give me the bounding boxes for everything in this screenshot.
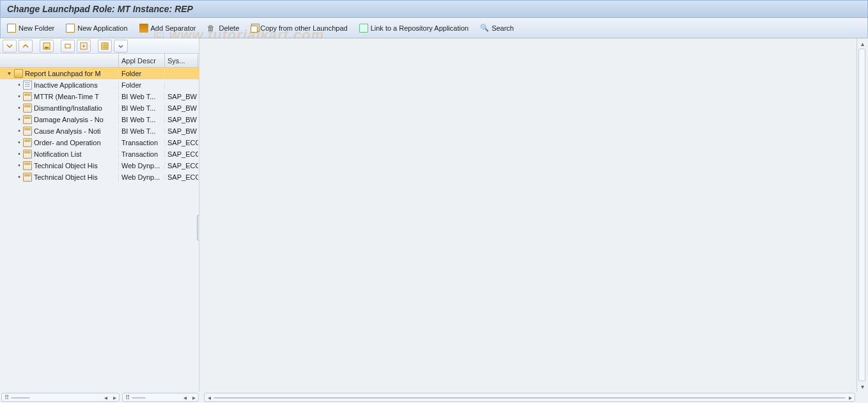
tree-row[interactable]: •Technical Object HisWeb Dynp...SAP_ECC (0, 160, 199, 171)
tree-cell-name[interactable]: •MTTR (Mean-Time T (0, 92, 119, 101)
tree-header-sys[interactable]: Sys... (165, 54, 198, 67)
tree-cell-name[interactable]: •Inactive Applications (0, 81, 119, 90)
link-repository-button[interactable]: Link to a Repository Application (359, 24, 469, 33)
bullet-icon: • (17, 139, 22, 146)
save-button[interactable] (40, 40, 54, 52)
outer-vscroll-track[interactable] (858, 49, 865, 381)
tree-node-label: Inactive Applications (34, 81, 118, 89)
tree-cell-sys: SAP_ECC (165, 173, 198, 181)
tree-row[interactable]: •MTTR (Mean-Time TBI Web T...SAP_BW (0, 91, 199, 102)
delete-label: Delete (219, 24, 239, 32)
tree-node-label: Cause Analysis - Noti (34, 127, 118, 135)
tree-cell-name[interactable]: •Technical Object His (0, 173, 119, 182)
bullet-icon: • (17, 162, 22, 169)
bullet-icon: • (17, 173, 22, 180)
tree-toolbar (0, 38, 199, 54)
layout-button[interactable] (98, 40, 112, 52)
bullet-icon: • (17, 104, 22, 111)
tree-row[interactable]: •Dismantling/InstallatioBI Web T...SAP_B… (0, 102, 199, 114)
bullet-icon: • (17, 93, 22, 100)
copy-from-other-label: Copy from other Launchpad (260, 24, 347, 32)
tree-cell-appl-descr: Folder (119, 70, 165, 77)
mid-hscroll-handle-icon[interactable]: ⠿ (123, 393, 132, 401)
folder-doc-icon (23, 81, 32, 90)
link-repository-label: Link to a Repository Application (371, 24, 469, 32)
mid-hscroll-thumb[interactable] (132, 397, 146, 399)
title-bar: Change Launchpad Role: MT Instance: REP (0, 0, 868, 18)
new-folder-button[interactable]: New Folder (7, 24, 54, 33)
tree-cell-sys: SAP_BW (165, 93, 198, 100)
right-chevron-left-icon[interactable]: ◂ (205, 393, 213, 401)
tree-cell-appl-descr: Transaction (119, 139, 165, 146)
tree-cell-name[interactable]: ▾Report Launchpad for M (0, 69, 119, 78)
print-button[interactable] (61, 40, 75, 52)
tree-cell-name[interactable]: •Cause Analysis - Noti (0, 127, 119, 136)
right-chevron-right-icon[interactable]: ▸ (846, 393, 855, 401)
main-toolbar: New Folder New Application Add Separator… (0, 18, 868, 38)
tree-header-name[interactable] (0, 54, 119, 67)
tree-header-appl-descr[interactable]: Appl Descr (119, 54, 165, 67)
copy-from-other-button[interactable]: Copy from other Launchpad (251, 24, 347, 33)
left-hscroll-thumb[interactable] (11, 397, 30, 399)
mid-chevron-left-icon[interactable]: ◂ (180, 393, 189, 401)
new-application-button[interactable]: New Application (66, 24, 127, 33)
folder-open-icon (14, 69, 23, 78)
mid-chevron-right-icon[interactable]: ▸ (189, 393, 198, 401)
outer-scroll-up-icon[interactable]: ▴ (857, 38, 867, 49)
app-icon (23, 115, 32, 124)
tree-cell-name[interactable]: •Order- and Operation (0, 138, 119, 147)
outer-vertical-scrollbar[interactable]: ▴ ▾ (856, 38, 867, 391)
tree-cell-appl-descr: BI Web T... (119, 104, 165, 112)
chevron-right-icon[interactable]: ▸ (110, 393, 119, 401)
export-button[interactable] (77, 40, 91, 52)
tree-row[interactable]: •Cause Analysis - NotiBI Web T...SAP_BW (0, 125, 199, 137)
tree-row[interactable]: ▾Report Launchpad for MFolder (0, 68, 199, 79)
link-icon (359, 24, 368, 33)
bullet-icon: • (17, 81, 22, 88)
new-application-icon (66, 24, 75, 33)
layout-dropdown-button[interactable] (114, 40, 128, 52)
delete-button[interactable]: Delete (207, 24, 239, 33)
right-hscroll[interactable]: ◂ ▸ (204, 393, 855, 402)
add-separator-button[interactable]: Add Separator (139, 24, 196, 33)
tree-row[interactable]: •Order- and OperationTransactionSAP_ECC (0, 137, 199, 148)
tree-node-label: Damage Analysis - No (34, 116, 118, 123)
bottom-scrollbar-area: ⠿ ◂ ▸ ⠿ ◂ ▸ ◂ ▸ (0, 391, 868, 403)
tree-cell-name[interactable]: •Dismantling/Installatio (0, 104, 119, 113)
tree-cell-name[interactable]: •Technical Object His (0, 161, 119, 170)
tree-cell-name[interactable]: •Damage Analysis - No (0, 115, 119, 124)
app-icon (23, 104, 32, 113)
tree-cell-appl-descr: Web Dynp... (119, 173, 165, 181)
app-icon (23, 92, 32, 101)
hscroll-thumb-handle-icon[interactable]: ⠿ (2, 393, 11, 401)
tree-row[interactable]: •Inactive ApplicationsFolder (0, 79, 199, 91)
expand-all-button[interactable] (3, 40, 17, 52)
search-label: Search (492, 24, 514, 32)
tree-cell-appl-descr: BI Web T... (119, 93, 165, 100)
bullet-icon: • (17, 116, 22, 123)
tree-row[interactable]: •Technical Object HisWeb Dynp...SAP_ECC (0, 171, 199, 183)
tree-cell-name[interactable]: •Notification List (0, 150, 119, 159)
trash-icon (207, 24, 216, 33)
tree-cell-appl-descr: Web Dynp... (119, 162, 165, 170)
search-button[interactable]: Search (480, 24, 514, 33)
tree-body: ▾Report Launchpad for MFolder•Inactive A… (0, 68, 199, 391)
svg-rect-1 (45, 47, 49, 49)
mid-hscroll[interactable]: ⠿ ◂ ▸ (122, 393, 199, 402)
tree-cell-sys: SAP_BW (165, 104, 198, 112)
tree-cell-appl-descr: Folder (119, 81, 165, 89)
chevron-left-icon[interactable]: ◂ (101, 393, 110, 401)
collapse-all-button[interactable] (19, 40, 33, 52)
tree-cell-sys: SAP_ECC (165, 150, 198, 158)
search-icon (480, 24, 489, 33)
tree-row[interactable]: •Damage Analysis - NoBI Web T...SAP_BW (0, 114, 199, 125)
expander-icon[interactable]: ▾ (5, 70, 13, 77)
left-hscroll[interactable]: ⠿ ◂ ▸ (1, 393, 120, 402)
new-folder-label: New Folder (19, 24, 54, 32)
right-hscroll-thumb[interactable] (213, 397, 846, 399)
outer-scroll-down-icon[interactable]: ▾ (857, 381, 867, 391)
tree-node-label: Dismantling/Installatio (34, 104, 118, 112)
tree-row[interactable]: •Notification ListTransactionSAP_ECC (0, 148, 199, 160)
tree-node-label: Technical Object His (34, 173, 118, 181)
tree-node-label: MTTR (Mean-Time T (34, 93, 118, 100)
